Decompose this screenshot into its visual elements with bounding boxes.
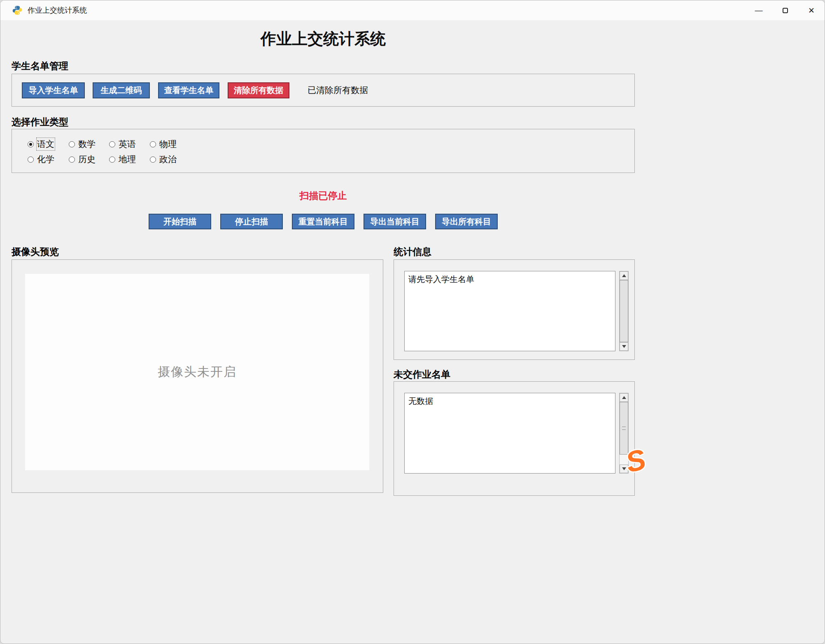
student-section-status: 已清除所有数据 bbox=[308, 74, 368, 106]
student-section-label: 学生名单管理 bbox=[12, 60, 68, 72]
radio-chinese[interactable]: 语文 bbox=[28, 140, 54, 149]
minimize-icon: — bbox=[755, 6, 763, 15]
arrow-down-icon bbox=[622, 467, 626, 470]
export-all-button[interactable]: 导出所有科目 bbox=[435, 214, 498, 229]
stats-textbox[interactable]: 请先导入学生名单 bbox=[404, 271, 615, 351]
radio-circle-icon bbox=[109, 156, 115, 163]
missing-textbox[interactable]: 无数据 bbox=[404, 393, 615, 474]
stats-scrollbar[interactable] bbox=[619, 271, 629, 351]
missing-section-box: 无数据 bbox=[394, 381, 635, 496]
radio-label: 政治 bbox=[159, 154, 177, 165]
scroll-up-button[interactable] bbox=[620, 271, 628, 280]
arrow-down-icon bbox=[622, 345, 626, 348]
close-button[interactable]: ✕ bbox=[798, 0, 825, 20]
start-scan-button[interactable]: 开始扫描 bbox=[149, 214, 211, 229]
radio-circle-icon bbox=[150, 141, 156, 147]
maximize-button[interactable] bbox=[772, 0, 798, 20]
camera-placeholder-text: 摄像头未开启 bbox=[158, 364, 237, 380]
radio-circle-icon bbox=[69, 156, 75, 163]
radio-history[interactable]: 历史 bbox=[69, 155, 96, 164]
export-subject-button[interactable]: 导出当前科目 bbox=[364, 214, 426, 229]
radio-math[interactable]: 数学 bbox=[69, 140, 96, 149]
radio-circle-icon bbox=[109, 141, 115, 147]
generate-qrcode-button[interactable]: 生成二维码 bbox=[93, 82, 150, 98]
student-section-box: 导入学生名单 生成二维码 查看学生名单 清除所有数据 已清除所有数据 bbox=[12, 74, 635, 107]
radio-english[interactable]: 英语 bbox=[109, 140, 136, 149]
scrollbar-thumb[interactable] bbox=[620, 280, 628, 342]
maximize-icon bbox=[783, 8, 788, 13]
radio-politics[interactable]: 政治 bbox=[150, 155, 177, 164]
type-section-box: 语文 数学 英语 物理 化学 历史 地理 政治 bbox=[12, 129, 635, 173]
radio-circle-icon bbox=[28, 156, 34, 163]
radio-label: 历史 bbox=[78, 154, 96, 165]
scan-status: 扫描已停止 bbox=[12, 189, 635, 202]
radio-circle-icon bbox=[150, 156, 156, 163]
clear-data-button[interactable]: 清除所有数据 bbox=[228, 82, 289, 98]
camera-section-box: 摄像头未开启 bbox=[12, 259, 383, 493]
scrollbar-track[interactable] bbox=[620, 280, 628, 342]
scroll-down-button[interactable] bbox=[620, 342, 628, 351]
radio-chemistry[interactable]: 化学 bbox=[28, 155, 54, 164]
import-students-button[interactable]: 导入学生名单 bbox=[22, 82, 85, 98]
stats-section-box: 请先导入学生名单 bbox=[394, 259, 635, 360]
radio-physics[interactable]: 物理 bbox=[150, 140, 177, 149]
page-title: 作业上交统计系统 bbox=[12, 28, 635, 49]
scan-controls: 开始扫描 停止扫描 重置当前科目 导出当前科目 导出所有科目 bbox=[12, 214, 635, 229]
radio-circle-icon bbox=[69, 141, 75, 147]
radio-label: 物理 bbox=[159, 138, 177, 150]
radio-circle-icon bbox=[28, 141, 34, 147]
scrollbar-grip-icon bbox=[622, 427, 626, 430]
camera-section-label: 摄像头预览 bbox=[12, 245, 59, 258]
stop-scan-button[interactable]: 停止扫描 bbox=[220, 214, 283, 229]
stats-section-label: 统计信息 bbox=[394, 245, 431, 258]
scroll-up-button[interactable] bbox=[620, 393, 628, 402]
radio-label: 数学 bbox=[78, 138, 96, 150]
arrow-up-icon bbox=[622, 274, 626, 277]
minimize-button[interactable]: — bbox=[746, 0, 772, 20]
reset-subject-button[interactable]: 重置当前科目 bbox=[292, 214, 354, 229]
missing-section-label: 未交作业名单 bbox=[394, 368, 450, 381]
camera-preview: 摄像头未开启 bbox=[25, 274, 369, 470]
close-icon: ✕ bbox=[808, 6, 815, 15]
arrow-up-icon bbox=[622, 396, 626, 399]
radio-geography[interactable]: 地理 bbox=[109, 155, 136, 164]
radio-label: 英语 bbox=[119, 138, 136, 150]
radio-label: 化学 bbox=[37, 154, 54, 165]
python-icon bbox=[12, 5, 23, 16]
radio-label: 地理 bbox=[119, 154, 136, 165]
titlebar: 作业上交统计系统 — ✕ bbox=[0, 0, 825, 20]
view-students-button[interactable]: 查看学生名单 bbox=[158, 82, 219, 98]
type-section-label: 选择作业类型 bbox=[12, 116, 68, 128]
window-title: 作业上交统计系统 bbox=[28, 5, 87, 15]
window-controls: — ✕ bbox=[746, 0, 825, 20]
app-window: 作业上交统计系统 — ✕ 作业上交统计系统 学生名单管理 导入学生名单 生成二维… bbox=[0, 0, 825, 644]
radio-label: 语文 bbox=[37, 138, 54, 150]
